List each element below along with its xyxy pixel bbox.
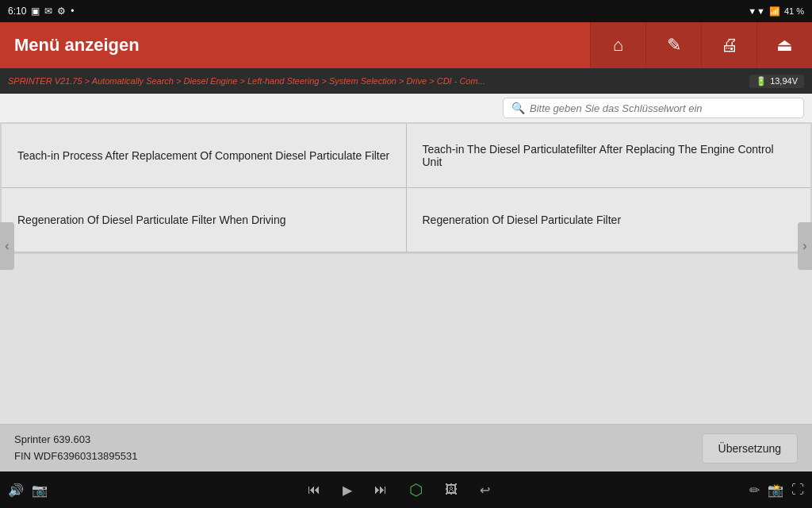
search-bar: 🔍 bbox=[0, 94, 812, 122]
home-icon: ⌂ bbox=[613, 35, 623, 56]
voltage-badge: 🔋 13,94V bbox=[749, 75, 804, 88]
vehicle-line1: Sprinter 639.603 bbox=[14, 432, 137, 448]
exit-button[interactable]: ⏏ bbox=[756, 22, 812, 68]
prev-arrow[interactable]: ‹ bbox=[0, 222, 14, 270]
translate-button[interactable]: Übersetzung bbox=[702, 433, 798, 464]
header-title: Menü anzeigen bbox=[0, 35, 590, 56]
search-input[interactable] bbox=[530, 102, 795, 114]
chevron-left-icon: ‹ bbox=[5, 239, 9, 253]
wifi-icon: ▼▼ bbox=[748, 6, 765, 16]
next-arrow[interactable]: › bbox=[798, 222, 812, 270]
volume-icon[interactable]: 🔊 bbox=[8, 483, 24, 498]
time-display: 6:10 bbox=[8, 6, 26, 17]
status-bar-right: ▼▼ 📶 41 % bbox=[748, 6, 804, 17]
search-icon: 🔍 bbox=[511, 102, 525, 114]
menu-item-1[interactable]: Teach-in Process After Replacement Of Co… bbox=[2, 124, 407, 187]
chevron-right-icon: › bbox=[802, 239, 806, 253]
nav-center: ⏮ ▶ ⏭ ⬡ 🖼 ↩ bbox=[308, 480, 490, 499]
screenshot-icon[interactable]: 📷 bbox=[32, 483, 48, 498]
fullscreen-icon[interactable]: ⛶ bbox=[791, 483, 804, 497]
menu-item-1-label: Teach-in Process After Replacement Of Co… bbox=[17, 149, 389, 162]
battery-icon: 🔋 bbox=[756, 76, 767, 87]
breadcrumb-bar: SPRINTER V21.75 > Automatically Search >… bbox=[0, 68, 812, 94]
dot-icon: • bbox=[71, 6, 74, 17]
menu-item-2[interactable]: Teach-in The Diesel Particulatefilter Af… bbox=[407, 124, 811, 187]
empty-area bbox=[0, 254, 812, 424]
skip-forward-icon[interactable]: ⏭ bbox=[374, 483, 387, 497]
menu-item-4-label: Regeneration Of Diesel Particulate Filte… bbox=[423, 214, 622, 226]
signal-icon: 📶 bbox=[769, 6, 780, 17]
header: Menü anzeigen ⌂ ✎ 🖨 ⏏ bbox=[0, 22, 812, 68]
breadcrumb-text: SPRINTER V21.75 > Automatically Search >… bbox=[8, 76, 749, 86]
nav-left: 🔊 📷 bbox=[8, 483, 48, 498]
status-bar-left: 6:10 ▣ ✉ ⚙ • bbox=[8, 6, 75, 17]
header-buttons: ⌂ ✎ 🖨 ⏏ bbox=[590, 22, 812, 68]
battery-display: 41 % bbox=[784, 6, 804, 16]
menu-item-2-label: Teach-in The Diesel Particulatefilter Af… bbox=[423, 143, 795, 168]
android-nav-bar: 🔊 📷 ⏮ ▶ ⏭ ⬡ 🖼 ↩ ✏ 📸 ⛶ bbox=[0, 471, 812, 508]
home-button[interactable]: ⌂ bbox=[590, 22, 645, 68]
footer-bar: Sprinter 639.603 FIN WDF63960313895531 Ü… bbox=[0, 424, 812, 471]
print-icon: 🖨 bbox=[721, 35, 738, 56]
skip-back-icon[interactable]: ⏮ bbox=[308, 483, 320, 497]
nav-right: ✏ 📸 ⛶ bbox=[749, 483, 804, 498]
vci-icon[interactable]: ⬡ bbox=[409, 480, 423, 499]
exit-icon: ⏏ bbox=[776, 35, 793, 56]
search-input-wrapper[interactable]: 🔍 bbox=[503, 98, 804, 118]
back-home-icon[interactable]: ↩ bbox=[480, 483, 490, 498]
print-button[interactable]: 🖨 bbox=[701, 22, 756, 68]
vehicle-info: Sprinter 639.603 FIN WDF63960313895531 bbox=[14, 432, 137, 465]
sim-icon: ▣ bbox=[31, 6, 40, 17]
grid-row-1: Teach-in Process After Replacement Of Co… bbox=[2, 124, 810, 188]
menu-item-3[interactable]: Regeneration Of Diesel Particulate Filte… bbox=[2, 188, 407, 252]
camera-icon[interactable]: 📸 bbox=[768, 483, 783, 498]
gallery-icon[interactable]: 🖼 bbox=[445, 483, 458, 497]
menu-grid: Teach-in Process After Replacement Of Co… bbox=[0, 122, 812, 254]
status-bar: 6:10 ▣ ✉ ⚙ • ▼▼ 📶 41 % bbox=[0, 0, 812, 22]
menu-item-3-label: Regeneration Of Diesel Particulate Filte… bbox=[17, 214, 285, 226]
voltage-value: 13,94V bbox=[770, 76, 798, 86]
content-wrapper: Menü anzeigen ⌂ ✎ 🖨 ⏏ SPRINTER V21.75 > … bbox=[0, 22, 812, 471]
pen-icon[interactable]: ✏ bbox=[749, 483, 760, 498]
settings-icon: ⚙ bbox=[57, 6, 66, 17]
play-icon[interactable]: ▶ bbox=[343, 483, 352, 498]
mail-icon: ✉ bbox=[44, 6, 52, 17]
grid-row-2: Regeneration Of Diesel Particulate Filte… bbox=[2, 188, 810, 252]
menu-item-4[interactable]: Regeneration Of Diesel Particulate Filte… bbox=[407, 188, 811, 252]
edit-icon: ✎ bbox=[667, 35, 681, 56]
vehicle-line2: FIN WDF63960313895531 bbox=[14, 448, 137, 465]
edit-button[interactable]: ✎ bbox=[645, 22, 701, 68]
